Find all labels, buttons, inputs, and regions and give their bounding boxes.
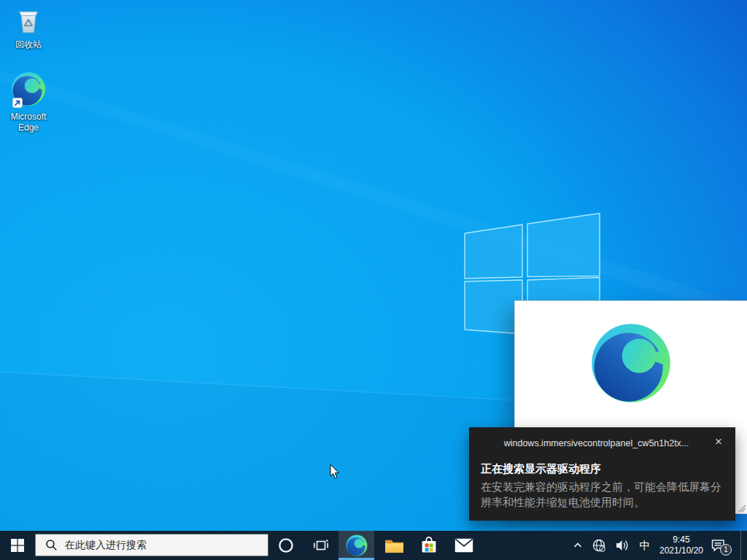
taskbar-button-task-view[interactable] bbox=[303, 531, 338, 560]
taskbar: 在此键入进行搜索 bbox=[0, 531, 747, 560]
tray-expand-button[interactable] bbox=[566, 531, 589, 560]
desktop-icon-microsoft-edge[interactable]: Microsoft Edge bbox=[1, 71, 56, 133]
taskbar-button-store[interactable] bbox=[411, 531, 446, 560]
store-bag-icon bbox=[419, 536, 438, 555]
recycle-bin-icon bbox=[13, 7, 44, 36]
edge-logo-icon bbox=[346, 534, 368, 556]
volume-button[interactable] bbox=[611, 531, 633, 560]
window-resize-grip[interactable] bbox=[738, 504, 746, 513]
task-view-icon bbox=[313, 539, 329, 552]
globe-offline-icon bbox=[592, 538, 606, 553]
close-icon[interactable]: × bbox=[711, 434, 727, 450]
show-desktop-button[interactable] bbox=[740, 531, 747, 560]
edge-logo-icon bbox=[590, 322, 672, 404]
start-button[interactable] bbox=[0, 531, 35, 560]
shortcut-arrow-icon bbox=[12, 98, 23, 108]
chevron-up-icon bbox=[572, 540, 584, 551]
action-center-button[interactable]: 1 bbox=[707, 531, 734, 560]
cortana-circle-icon bbox=[277, 537, 295, 554]
mail-envelope-icon bbox=[454, 538, 473, 553]
search-input[interactable]: 在此键入进行搜索 bbox=[35, 534, 268, 556]
clock-date: 2021/10/20 bbox=[659, 545, 703, 557]
toast-source: windows.immersivecontrolpanel_cw5n1h2tx.… bbox=[491, 438, 702, 448]
search-icon bbox=[45, 539, 58, 551]
clock[interactable]: 9:45 2021/10/20 bbox=[656, 531, 707, 560]
taskbar-button-file-explorer[interactable] bbox=[376, 531, 411, 560]
network-status-button[interactable] bbox=[587, 531, 611, 560]
clock-time: 9:45 bbox=[673, 534, 689, 546]
ime-indicator[interactable]: 中 bbox=[634, 531, 656, 560]
desktop-icon-label: 回收站 bbox=[1, 39, 56, 50]
desktop-icon-label: Microsoft Edge bbox=[1, 112, 56, 133]
toast-body: 在安装完兼容的驱动程序之前，可能会降低屏幕分辨率和性能并缩短电池使用时间。 bbox=[481, 479, 725, 510]
speaker-icon bbox=[616, 539, 630, 552]
taskbar-button-edge[interactable] bbox=[338, 531, 374, 560]
taskbar-button-cortana[interactable] bbox=[268, 531, 303, 560]
folder-icon bbox=[384, 537, 404, 554]
search-placeholder: 在此键入进行搜索 bbox=[65, 539, 147, 552]
toast-title: 正在搜索显示器驱动程序 bbox=[481, 462, 601, 476]
ime-label: 中 bbox=[640, 539, 651, 553]
taskbar-button-mail[interactable] bbox=[446, 531, 481, 560]
notification-badge: 1 bbox=[720, 544, 732, 556]
desktop-icon-recycle-bin[interactable]: 回收站 bbox=[1, 7, 56, 50]
windows-logo-icon bbox=[11, 539, 24, 552]
toast-notification[interactable]: windows.immersivecontrolpanel_cw5n1h2tx.… bbox=[469, 427, 735, 521]
